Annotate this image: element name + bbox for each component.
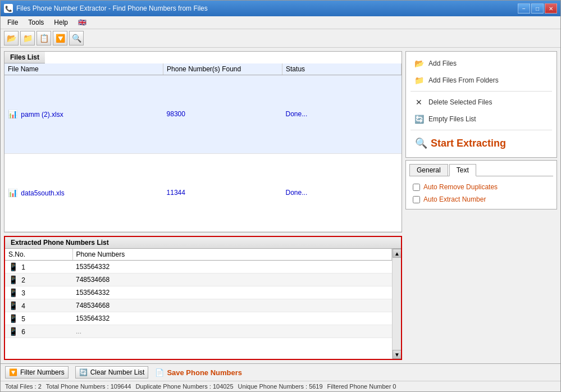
filtered-value: 0 — [393, 383, 396, 390]
status-bar: Total Files : 2 Total Phone Numbers : 10… — [1, 381, 560, 391]
menu-tools[interactable]: Tools — [24, 17, 48, 28]
add-files-label: Add Files — [428, 60, 457, 67]
phone-icon: 📱 — [8, 327, 18, 336]
tab-general[interactable]: General — [409, 164, 448, 176]
phone-icon: 📱 — [8, 275, 18, 284]
extracted-table-body: 📱 1 153564332 📱 2 748534668 📱 3 15356433… — [5, 261, 392, 338]
list-item[interactable]: 📱 4 748534668 — [5, 299, 392, 312]
unique-value: 5619 — [309, 383, 322, 390]
vertical-scrollbar[interactable]: ▲ ▼ — [392, 249, 401, 359]
list-item[interactable]: 📱 3 153564332 — [5, 286, 392, 299]
menu-help[interactable]: Help — [49, 17, 72, 28]
files-table-body: 📊 pamm (2).xlsx 98300 Done... 📊 data5sou… — [4, 75, 402, 232]
sno-cell: 📱 6 — [5, 325, 72, 338]
title-bar-left: 📞 Files Phone Number Extractor - Find Ph… — [4, 4, 208, 13]
file-link[interactable]: pamm (2).xlsx — [21, 111, 63, 118]
status-total-files: Total Files : 2 — [5, 383, 42, 390]
list-item[interactable]: 📱 1 153564332 — [5, 261, 392, 274]
scroll-down-arrow[interactable]: ▼ — [393, 350, 401, 359]
sno-cell: 📱 3 — [5, 286, 72, 299]
filter-numbers-label: Filter Numbers — [20, 368, 65, 376]
action-buttons-panel: 📂 Add Files 📁 Add Files From Folders ✕ D… — [405, 51, 557, 158]
title-controls: − □ ✕ — [518, 3, 557, 13]
status-cell: Done... — [282, 153, 402, 232]
list-item[interactable]: 📱 2 748534668 — [5, 274, 392, 286]
phone-cell: 748534668 — [72, 299, 392, 312]
file-name-cell: 📊 pamm (2).xlsx — [4, 75, 163, 154]
files-table-header: File Name Phone Number(s) Found Status — [4, 63, 402, 75]
files-list-tab[interactable]: Files List — [4, 52, 45, 63]
add-files-icon: 📂 — [414, 58, 424, 69]
toolbar-copy-btn[interactable]: 📋 — [37, 31, 51, 45]
filter-numbers-button[interactable]: 🔽 Filter Numbers — [5, 366, 69, 379]
delete-icon: ✕ — [414, 97, 424, 107]
filtered-label: Filtered Phone Number — [327, 383, 391, 390]
app-icon: 📞 — [4, 4, 13, 13]
file-icon: 📊 — [8, 110, 17, 118]
divider-2 — [411, 130, 552, 130]
clear-number-list-button[interactable]: 🔄 Clear Number List — [75, 366, 149, 379]
list-item[interactable]: 📱 5 153564332 — [5, 312, 392, 325]
auto-remove-duplicates-checkbox[interactable] — [413, 184, 420, 191]
clear-list-icon: 🔄 — [79, 368, 88, 376]
auto-remove-duplicates-option[interactable]: Auto Remove Duplicates — [409, 181, 553, 193]
options-tabs-nav: General Text — [409, 164, 553, 176]
toolbar: 📂 📁 📋 🔽 🔍 — [1, 29, 560, 48]
toolbar-add-folder-btn[interactable]: 📁 — [20, 31, 35, 45]
menu-bar: File Tools Help 🇬🇧 — [1, 16, 560, 29]
empty-label: Empty Files List — [428, 115, 476, 123]
status-filtered: Filtered Phone Number 0 — [327, 383, 396, 390]
extracted-table: S.No. Phone Numbers 📱 1 153564332 📱 2 74… — [5, 249, 392, 338]
phone-count-cell: 11344 — [163, 153, 282, 232]
toolbar-search-btn[interactable]: 🔍 — [69, 31, 84, 45]
options-panel: General Text Auto Remove Duplicates Auto… — [405, 160, 557, 209]
scroll-up-arrow[interactable]: ▲ — [393, 249, 401, 258]
status-total-phones: Total Phone Numbers : 109644 — [46, 383, 131, 390]
scroll-track[interactable] — [393, 258, 401, 350]
add-files-button[interactable]: 📂 Add Files — [411, 56, 552, 71]
files-table: File Name Phone Number(s) Found Status 📊… — [4, 63, 402, 232]
maximize-button[interactable]: □ — [531, 3, 544, 13]
delete-label: Delete Selected Files — [428, 98, 492, 106]
table-row[interactable]: 📊 pamm (2).xlsx 98300 Done... — [4, 75, 402, 154]
auto-extract-number-option[interactable]: Auto Extract Number — [409, 193, 553, 206]
table-row[interactable]: 📊 data5south.xls 11344 Done... — [4, 153, 402, 232]
auto-remove-duplicates-label: Auto Remove Duplicates — [423, 183, 498, 191]
files-list-section: Files List File Name Phone Number(s) Fou… — [4, 51, 402, 233]
save-phone-numbers-button[interactable]: 📄 Save Phone Numbers — [155, 368, 242, 377]
phone-icon: 📱 — [8, 314, 18, 323]
clear-number-list-label: Clear Number List — [90, 368, 145, 376]
extracted-table-wrapper: S.No. Phone Numbers 📱 1 153564332 📱 2 74… — [5, 249, 401, 359]
extracted-tab[interactable]: Extracted Phone Numbers List — [5, 237, 401, 249]
menu-file[interactable]: File — [3, 17, 22, 28]
auto-extract-number-checkbox[interactable] — [413, 196, 420, 203]
phone-cell: 153564332 — [72, 261, 392, 274]
phone-icon: 📱 — [8, 301, 18, 310]
status-duplicates: Duplicate Phone Numbers : 104025 — [135, 383, 233, 390]
empty-icon: 🔄 — [414, 114, 424, 124]
add-folders-label: Add Files From Folders — [428, 76, 499, 84]
toolbar-add-files-btn[interactable]: 📂 — [4, 31, 19, 45]
col-sno: S.No. — [5, 249, 72, 261]
delete-files-button[interactable]: ✕ Delete Selected Files — [411, 95, 552, 110]
total-files-value: 2 — [38, 383, 42, 390]
file-icon: 📊 — [8, 188, 17, 197]
list-item[interactable]: 📱 6 ... — [5, 325, 392, 338]
toolbar-filter-btn[interactable]: 🔽 — [53, 31, 67, 45]
right-panel: 📂 Add Files 📁 Add Files From Folders ✕ D… — [405, 51, 557, 360]
empty-list-button[interactable]: 🔄 Empty Files List — [411, 112, 552, 126]
phone-cell: 153564332 — [72, 312, 392, 325]
duplicate-value: 104025 — [213, 383, 234, 390]
file-link[interactable]: data5south.xls — [21, 189, 64, 197]
left-panel: Files List File Name Phone Number(s) Fou… — [4, 51, 402, 360]
start-extracting-button[interactable]: 🔍 Start Extracting — [411, 134, 552, 153]
main-window: 📞 Files Phone Number Extractor - Find Ph… — [0, 0, 561, 392]
total-files-label: Total Files : — [5, 383, 37, 390]
divider-1 — [411, 91, 552, 92]
bottom-toolbar: 🔽 Filter Numbers 🔄 Clear Number List 📄 S… — [1, 363, 560, 381]
tab-text[interactable]: Text — [449, 164, 476, 176]
close-button[interactable]: ✕ — [545, 3, 557, 13]
total-phones-value: 109644 — [111, 383, 131, 390]
add-folders-button[interactable]: 📁 Add Files From Folders — [411, 73, 552, 88]
minimize-button[interactable]: − — [518, 3, 530, 13]
